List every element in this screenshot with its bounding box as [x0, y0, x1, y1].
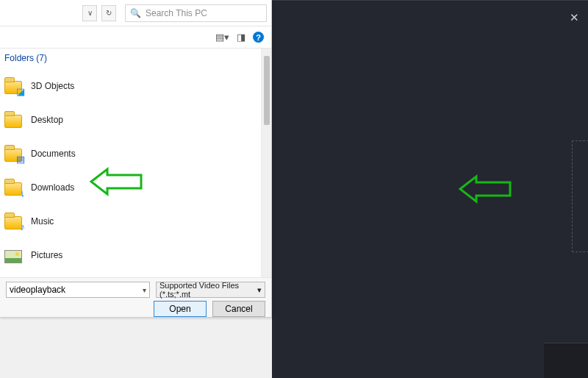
- dialog-footer: videoplayback ▾ Supported Video Files (*…: [0, 277, 271, 317]
- folder-icon: ♪: [4, 212, 24, 231]
- folders-group-header[interactable]: Folders (7): [4, 49, 258, 69]
- folder-icon: ▤: [4, 144, 24, 163]
- vertical-scrollbar[interactable]: [261, 49, 271, 277]
- help-icon[interactable]: ?: [253, 32, 264, 43]
- chevron-down-icon: ▾: [143, 286, 146, 294]
- view-options-icon[interactable]: ▤▾: [215, 32, 229, 43]
- folder-item-music[interactable]: ♪ Music: [4, 204, 258, 238]
- folder-item-desktop[interactable]: Desktop: [4, 103, 258, 137]
- app-bottom-bar: [544, 343, 588, 378]
- filetype-select[interactable]: Supported Video Files (*.ts;*.mt ▾: [156, 282, 265, 298]
- folder-label: Documents: [31, 149, 76, 159]
- search-icon: 🔍: [130, 8, 141, 18]
- folder-label: Music: [31, 216, 54, 227]
- search-input[interactable]: 🔍 Search This PC: [125, 4, 267, 22]
- folder-label: Desktop: [31, 115, 63, 125]
- folder-label: Pictures: [31, 250, 62, 260]
- folder-label: Downloads: [31, 182, 74, 193]
- folder-item-3d-objects[interactable]: ◪ 3D Objects: [4, 69, 258, 103]
- search-placeholder: Search This PC: [146, 8, 207, 18]
- gif-maker-app: ✕ + Video to GIF Add a video to GIF Make…: [272, 0, 588, 378]
- path-dropdown[interactable]: ∨: [82, 5, 97, 21]
- dialog-address-bar: ∨ ↻ 🔍 Search This PC: [0, 0, 271, 26]
- preview-pane-icon[interactable]: ◨: [237, 32, 245, 43]
- refresh-button[interactable]: ↻: [101, 5, 116, 21]
- filename-value: videoplayback: [10, 285, 65, 295]
- folder-icon: ◪: [4, 76, 24, 96]
- folder-label: 3D Objects: [31, 81, 74, 91]
- scrollbar-thumb[interactable]: [264, 56, 270, 125]
- filetype-value: Supported Video Files (*.ts;*.mt: [159, 281, 257, 299]
- open-button[interactable]: Open: [154, 301, 207, 317]
- folder-icon: ↓: [4, 178, 24, 197]
- video-dropzone[interactable]: + Video to GIF Add a video to GIF Maker: [572, 140, 588, 252]
- folders-group: Folders (7) ◪ 3D Objects Desktop ▤ Docum…: [0, 49, 271, 272]
- file-open-dialog: ∨ ↻ 🔍 Search This PC ▤▾ ◨ ? Folders (7) …: [0, 0, 272, 318]
- folder-item-documents[interactable]: ▤ Documents: [4, 137, 258, 171]
- folder-item-pictures[interactable]: Pictures: [4, 238, 258, 272]
- folder-item-downloads[interactable]: ↓ Downloads: [4, 171, 258, 204]
- folder-icon: [4, 110, 24, 129]
- picture-folder-icon: [4, 246, 24, 265]
- chevron-down-icon: ▾: [257, 285, 262, 295]
- dialog-toolbar: ▤▾ ◨ ?: [0, 26, 271, 49]
- cancel-button[interactable]: Cancel: [212, 301, 265, 317]
- app-close-button[interactable]: ✕: [570, 11, 579, 24]
- filename-input[interactable]: videoplayback ▾: [6, 282, 150, 298]
- dialog-content: Folders (7) ◪ 3D Objects Desktop ▤ Docum…: [0, 49, 271, 277]
